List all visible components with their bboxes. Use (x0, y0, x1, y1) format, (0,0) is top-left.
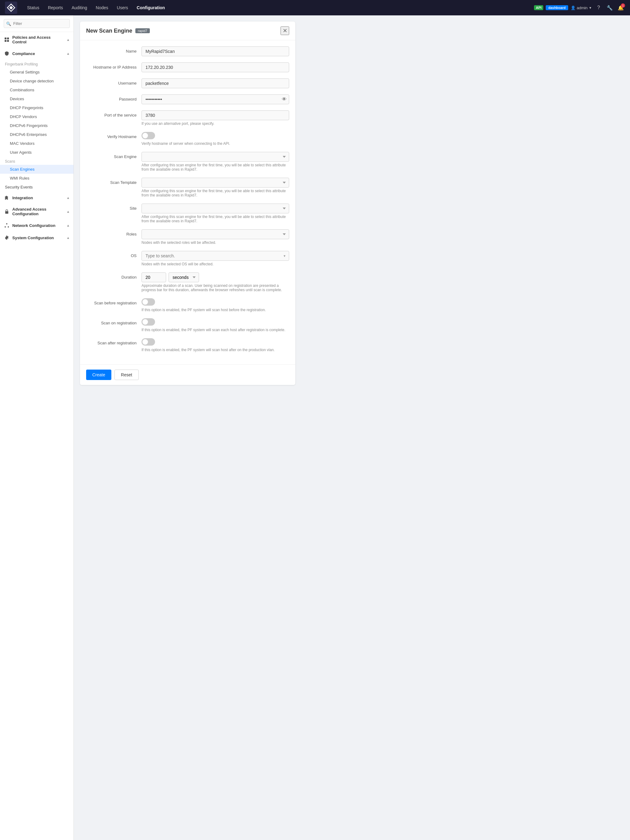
verify-hostname-slider (141, 132, 155, 139)
scan-before-field: If this option is enabled, the PF system… (141, 298, 289, 312)
verify-hostname-toggle[interactable] (141, 132, 155, 139)
sidebar-item-general-settings[interactable]: General Settings (0, 68, 73, 77)
nav-reports[interactable]: Reports (44, 3, 67, 12)
sidebar-item-wmi-rules[interactable]: WMI Rules (0, 174, 73, 183)
port-input[interactable] (141, 111, 289, 120)
scan-template-row: Scan Template After configuring this sca… (86, 178, 289, 197)
sidebar-item-combinations[interactable]: Combinations (0, 85, 73, 95)
svg-rect-2 (7, 38, 9, 39)
duration-input[interactable] (141, 272, 166, 282)
sidebar-integration-header[interactable]: Integration ▲ (0, 191, 73, 204)
sidebar-item-devices[interactable]: Devices (0, 95, 73, 103)
network-icon (4, 222, 10, 229)
lock-icon (4, 208, 10, 215)
api-badge: API (534, 5, 543, 10)
scan-after-label: Scan after registration (86, 338, 141, 345)
scan-on-label: Scan on registration (86, 318, 141, 325)
sidebar: 🔍 Policies and Access Control ▲ (0, 15, 74, 840)
app-logo[interactable] (5, 2, 17, 14)
password-field: 👁 (141, 95, 289, 104)
os-input[interactable] (141, 251, 289, 261)
create-button[interactable]: Create (86, 369, 111, 380)
scan-engine-label: Scan Engine (86, 152, 141, 159)
username-row: Username (86, 78, 289, 88)
sidebar-system-label: System Configuration (12, 235, 54, 240)
os-row: OS ▼ Nodes with the selected OS will be … (86, 251, 289, 266)
name-label: Name (86, 46, 141, 54)
main-content: New Scan Engine rapid7 ✕ Name Hostname o… (74, 15, 630, 840)
user-menu[interactable]: 👤 admin ▼ (571, 6, 592, 10)
hostname-label: Hostname or IP Address (86, 62, 141, 69)
password-input[interactable] (141, 95, 289, 104)
password-label: Password (86, 95, 141, 101)
hostname-field (141, 62, 289, 72)
password-toggle-button[interactable]: 👁 (282, 96, 287, 102)
policies-chevron-icon: ▲ (66, 38, 70, 41)
name-input[interactable] (141, 46, 289, 56)
sidebar-item-dhcpv6-fingerprints[interactable]: DHCPv6 Fingerprints (0, 121, 73, 130)
scan-template-label: Scan Template (86, 178, 141, 185)
compliance-sub-items: Fingerbank Profiling General Settings De… (0, 60, 73, 191)
system-chevron-icon: ▲ (66, 236, 70, 240)
scan-engine-field: After configuring this scan engine for t… (141, 152, 289, 172)
os-label: OS (86, 251, 141, 258)
sidebar-item-user-agents[interactable]: User Agents (0, 148, 73, 157)
sidebar-item-dhcpv6-enterprises[interactable]: DHCPv6 Enterprises (0, 130, 73, 139)
sidebar-system-header[interactable]: System Configuration ▲ (0, 232, 73, 244)
roles-select[interactable] (141, 229, 289, 239)
scan-after-toggle[interactable] (141, 338, 155, 346)
sidebar-network-header[interactable]: Network Configuration ▲ (0, 219, 73, 232)
scan-on-toggle[interactable] (141, 318, 155, 325)
sidebar-policies-header[interactable]: Policies and Access Control ▲ (0, 32, 73, 47)
close-button[interactable]: ✕ (280, 27, 289, 35)
nav-status[interactable]: Status (24, 3, 43, 12)
sidebar-item-dhcp-fingerprints[interactable]: DHCP Fingerprints (0, 103, 73, 112)
nav-configuration[interactable]: Configuration (133, 3, 169, 12)
sidebar-item-scan-engines[interactable]: Scan Engines (0, 165, 73, 174)
scan-on-row: Scan on registration If this option is e… (86, 318, 289, 332)
scan-engine-form-panel: New Scan Engine rapid7 ✕ Name Hostname o… (80, 22, 295, 385)
port-field: If you use an alternative port, please s… (141, 111, 289, 126)
sidebar-advanced-header[interactable]: Advanced Access Configuration ▲ (0, 204, 73, 219)
notifications-button[interactable]: 🔔 1 (616, 3, 625, 12)
integration-chevron-icon: ▲ (66, 196, 70, 199)
duration-unit-select[interactable]: seconds minutes hours (169, 272, 199, 282)
notification-count: 1 (621, 3, 625, 8)
scan-engine-hint: After configuring this scan engine for t… (141, 163, 289, 172)
sidebar-item-mac-vendors[interactable]: MAC Vendors (0, 139, 73, 148)
scan-before-slider (141, 298, 155, 306)
form-body: Name Hostname or IP Address Username (80, 40, 295, 364)
nav-users[interactable]: Users (113, 3, 132, 12)
duration-field: seconds minutes hours Approximate durati… (141, 272, 289, 292)
verify-hostname-hint: Verify hostname of server when connectin… (141, 141, 289, 146)
tools-button[interactable]: 🔧 (605, 3, 614, 12)
scan-before-toggle[interactable] (141, 298, 155, 306)
sidebar-item-dhcp-vendors[interactable]: DHCP Vendors (0, 112, 73, 121)
help-button[interactable]: ? (594, 3, 603, 12)
sidebar-compliance-header[interactable]: Compliance ▲ (0, 47, 73, 60)
svg-point-7 (5, 226, 6, 227)
username-label: admin (577, 6, 587, 10)
sidebar-item-security-events[interactable]: Security Events (0, 183, 73, 191)
site-select[interactable] (141, 204, 289, 213)
hostname-input[interactable] (141, 62, 289, 72)
scan-on-field: If this option is enabled, the PF system… (141, 318, 289, 332)
sidebar-policies-label: Policies and Access Control (12, 35, 64, 44)
sidebar-search-input[interactable] (4, 19, 70, 28)
roles-label: Roles (86, 229, 141, 237)
username-input[interactable] (141, 78, 289, 88)
nav-auditing[interactable]: Auditing (68, 3, 91, 12)
scan-after-slider (141, 338, 155, 346)
gear-icon (4, 235, 10, 241)
sidebar-section-compliance: Compliance ▲ Fingerbank Profiling Genera… (0, 47, 73, 191)
scan-template-select[interactable] (141, 178, 289, 188)
reset-button[interactable]: Reset (114, 369, 139, 380)
sidebar-compliance-label: Compliance (12, 51, 35, 56)
dashboard-badge[interactable]: dashboard (546, 5, 568, 10)
scan-before-hint: If this option is enabled, the PF system… (141, 308, 289, 312)
app-layout: 🔍 Policies and Access Control ▲ (0, 15, 630, 840)
verify-hostname-field: Verify hostname of server when connectin… (141, 132, 289, 146)
sidebar-item-device-change[interactable]: Device change detection (0, 77, 73, 85)
scan-engine-select[interactable] (141, 152, 289, 162)
nav-nodes[interactable]: Nodes (92, 3, 112, 12)
